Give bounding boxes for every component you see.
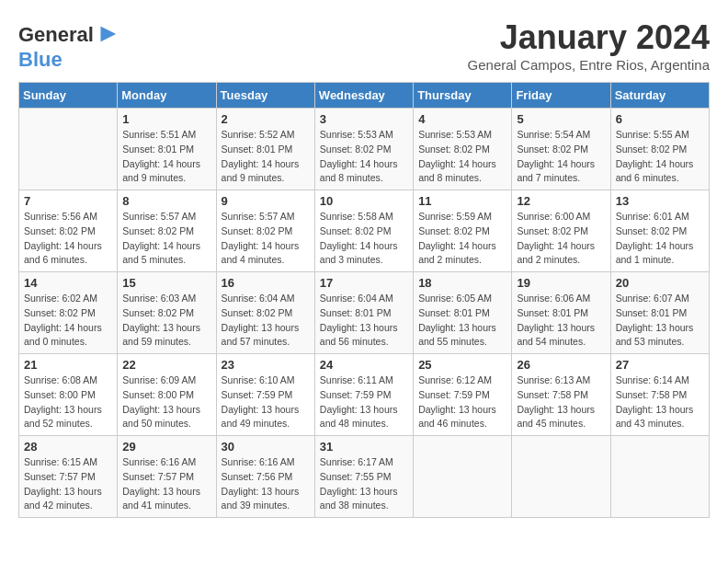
- day-info: Sunrise: 6:17 AM Sunset: 7:55 PM Dayligh…: [320, 455, 408, 513]
- calendar-cell: 25Sunrise: 6:12 AM Sunset: 7:59 PM Dayli…: [414, 354, 512, 436]
- logo: General► Blue: [18, 18, 121, 72]
- calendar-week-row: 28Sunrise: 6:15 AM Sunset: 7:57 PM Dayli…: [19, 436, 710, 518]
- calendar-cell: 8Sunrise: 5:57 AM Sunset: 8:02 PM Daylig…: [118, 190, 216, 272]
- calendar-cell: 9Sunrise: 5:57 AM Sunset: 8:02 PM Daylig…: [216, 190, 314, 272]
- calendar-week-row: 1Sunrise: 5:51 AM Sunset: 8:01 PM Daylig…: [19, 109, 710, 190]
- day-number: 16: [222, 276, 310, 290]
- calendar-cell: 11Sunrise: 5:59 AM Sunset: 8:02 PM Dayli…: [414, 190, 512, 272]
- calendar-cell: 2Sunrise: 5:52 AM Sunset: 8:01 PM Daylig…: [216, 109, 314, 190]
- calendar-cell: 18Sunrise: 6:05 AM Sunset: 8:01 PM Dayli…: [414, 272, 512, 354]
- day-info: Sunrise: 6:08 AM Sunset: 8:00 PM Dayligh…: [24, 373, 112, 431]
- day-number: 4: [418, 112, 506, 126]
- calendar-header-wednesday: Wednesday: [314, 83, 413, 109]
- calendar-cell: 1Sunrise: 5:51 AM Sunset: 8:01 PM Daylig…: [118, 109, 216, 190]
- day-info: Sunrise: 6:07 AM Sunset: 8:01 PM Dayligh…: [616, 292, 704, 350]
- calendar-cell: 27Sunrise: 6:14 AM Sunset: 7:58 PM Dayli…: [610, 354, 709, 436]
- calendar-cell: 15Sunrise: 6:03 AM Sunset: 8:02 PM Dayli…: [118, 272, 216, 354]
- day-number: 1: [122, 112, 210, 126]
- day-number: 14: [24, 276, 112, 290]
- day-info: Sunrise: 6:06 AM Sunset: 8:01 PM Dayligh…: [517, 292, 605, 350]
- calendar-cell: 29Sunrise: 6:16 AM Sunset: 7:57 PM Dayli…: [118, 436, 216, 518]
- day-info: Sunrise: 5:51 AM Sunset: 8:01 PM Dayligh…: [122, 128, 210, 186]
- calendar-cell: 26Sunrise: 6:13 AM Sunset: 7:58 PM Dayli…: [512, 354, 610, 436]
- logo-general-text: General: [18, 23, 94, 46]
- calendar-cell: 28Sunrise: 6:15 AM Sunset: 7:57 PM Dayli…: [19, 436, 118, 518]
- day-number: 7: [24, 194, 112, 208]
- day-number: 5: [517, 112, 605, 126]
- calendar-cell: 3Sunrise: 5:53 AM Sunset: 8:02 PM Daylig…: [314, 109, 413, 190]
- day-info: Sunrise: 5:57 AM Sunset: 8:02 PM Dayligh…: [222, 210, 310, 268]
- day-number: 30: [222, 440, 310, 454]
- calendar-cell: 22Sunrise: 6:09 AM Sunset: 8:00 PM Dayli…: [118, 354, 216, 436]
- calendar-cell: 20Sunrise: 6:07 AM Sunset: 8:01 PM Dayli…: [610, 272, 709, 354]
- day-number: 27: [616, 358, 704, 372]
- day-number: 29: [122, 440, 210, 454]
- calendar-header-sunday: Sunday: [19, 83, 118, 109]
- day-number: 24: [320, 358, 408, 372]
- day-number: 19: [517, 276, 605, 290]
- calendar-header-tuesday: Tuesday: [216, 83, 314, 109]
- month-title: January 2024: [468, 18, 710, 57]
- day-info: Sunrise: 6:15 AM Sunset: 7:57 PM Dayligh…: [24, 455, 112, 513]
- day-info: Sunrise: 5:53 AM Sunset: 8:02 PM Dayligh…: [320, 128, 408, 186]
- day-info: Sunrise: 6:13 AM Sunset: 7:58 PM Dayligh…: [517, 373, 605, 431]
- day-number: 26: [517, 358, 605, 372]
- day-info: Sunrise: 6:14 AM Sunset: 7:58 PM Dayligh…: [616, 373, 704, 431]
- day-number: 13: [616, 194, 704, 208]
- day-number: 18: [418, 276, 506, 290]
- calendar-header-monday: Monday: [118, 83, 216, 109]
- day-number: 17: [320, 276, 408, 290]
- day-info: Sunrise: 6:04 AM Sunset: 8:02 PM Dayligh…: [222, 292, 310, 350]
- logo-blue-text: Blue: [18, 48, 63, 71]
- day-number: 31: [320, 440, 408, 454]
- day-number: 21: [24, 358, 112, 372]
- calendar-header-saturday: Saturday: [610, 83, 709, 109]
- day-number: 12: [517, 194, 605, 208]
- day-number: 25: [418, 358, 506, 372]
- logo-bird-icon: ►: [96, 18, 121, 47]
- day-info: Sunrise: 5:56 AM Sunset: 8:02 PM Dayligh…: [24, 210, 112, 268]
- day-number: 20: [616, 276, 704, 290]
- day-info: Sunrise: 5:57 AM Sunset: 8:02 PM Dayligh…: [122, 210, 210, 268]
- calendar-cell: 10Sunrise: 5:58 AM Sunset: 8:02 PM Dayli…: [314, 190, 413, 272]
- day-number: 6: [616, 112, 704, 126]
- day-number: 10: [320, 194, 408, 208]
- day-number: 22: [122, 358, 210, 372]
- day-info: Sunrise: 6:09 AM Sunset: 8:00 PM Dayligh…: [122, 373, 210, 431]
- day-info: Sunrise: 5:55 AM Sunset: 8:02 PM Dayligh…: [616, 128, 704, 186]
- day-info: Sunrise: 6:12 AM Sunset: 7:59 PM Dayligh…: [418, 373, 506, 431]
- calendar-header-row: SundayMondayTuesdayWednesdayThursdayFrid…: [19, 83, 710, 109]
- calendar-cell: [512, 436, 610, 518]
- calendar-header-friday: Friday: [512, 83, 610, 109]
- day-info: Sunrise: 6:01 AM Sunset: 8:02 PM Dayligh…: [616, 210, 704, 268]
- calendar-cell: 31Sunrise: 6:17 AM Sunset: 7:55 PM Dayli…: [314, 436, 413, 518]
- day-info: Sunrise: 5:59 AM Sunset: 8:02 PM Dayligh…: [418, 210, 506, 268]
- day-number: 11: [418, 194, 506, 208]
- calendar-week-row: 7Sunrise: 5:56 AM Sunset: 8:02 PM Daylig…: [19, 190, 710, 272]
- day-info: Sunrise: 6:03 AM Sunset: 8:02 PM Dayligh…: [122, 292, 210, 350]
- calendar-cell: 23Sunrise: 6:10 AM Sunset: 7:59 PM Dayli…: [216, 354, 314, 436]
- day-info: Sunrise: 6:16 AM Sunset: 7:56 PM Dayligh…: [222, 455, 310, 513]
- calendar-cell: 19Sunrise: 6:06 AM Sunset: 8:01 PM Dayli…: [512, 272, 610, 354]
- day-number: 2: [222, 112, 310, 126]
- title-section: January 2024 General Campos, Entre Rios,…: [468, 18, 710, 73]
- calendar-cell: 4Sunrise: 5:53 AM Sunset: 8:02 PM Daylig…: [414, 109, 512, 190]
- calendar-header-thursday: Thursday: [414, 83, 512, 109]
- day-number: 9: [222, 194, 310, 208]
- day-number: 3: [320, 112, 408, 126]
- calendar-week-row: 21Sunrise: 6:08 AM Sunset: 8:00 PM Dayli…: [19, 354, 710, 436]
- day-number: 23: [222, 358, 310, 372]
- calendar-table: SundayMondayTuesdayWednesdayThursdayFrid…: [18, 82, 710, 518]
- calendar-cell: 6Sunrise: 5:55 AM Sunset: 8:02 PM Daylig…: [610, 109, 709, 190]
- calendar-cell: [610, 436, 709, 518]
- calendar-cell: 14Sunrise: 6:02 AM Sunset: 8:02 PM Dayli…: [19, 272, 118, 354]
- calendar-cell: 21Sunrise: 6:08 AM Sunset: 8:00 PM Dayli…: [19, 354, 118, 436]
- day-info: Sunrise: 6:04 AM Sunset: 8:01 PM Dayligh…: [320, 292, 408, 350]
- day-number: 28: [24, 440, 112, 454]
- calendar-cell: 24Sunrise: 6:11 AM Sunset: 7:59 PM Dayli…: [314, 354, 413, 436]
- calendar-week-row: 14Sunrise: 6:02 AM Sunset: 8:02 PM Dayli…: [19, 272, 710, 354]
- day-info: Sunrise: 5:58 AM Sunset: 8:02 PM Dayligh…: [320, 210, 408, 268]
- calendar-cell: 12Sunrise: 6:00 AM Sunset: 8:02 PM Dayli…: [512, 190, 610, 272]
- calendar-cell: 16Sunrise: 6:04 AM Sunset: 8:02 PM Dayli…: [216, 272, 314, 354]
- day-info: Sunrise: 6:11 AM Sunset: 7:59 PM Dayligh…: [320, 373, 408, 431]
